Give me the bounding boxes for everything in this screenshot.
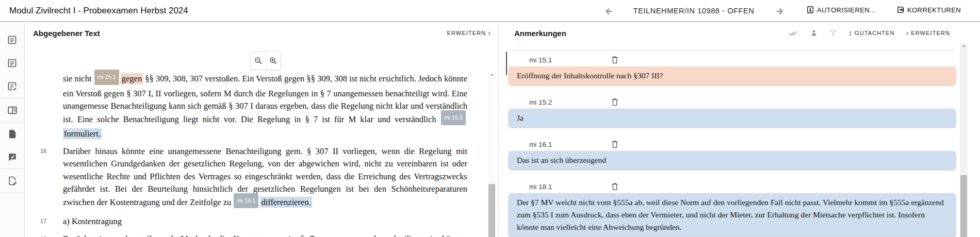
trash-icon <box>612 98 618 106</box>
chevron-right-icon: › <box>488 29 491 37</box>
submitted-text-header: Abgegebener Text ERWEITERN › <box>25 23 498 43</box>
document-edit-icon <box>7 176 18 186</box>
line-number: 17 <box>40 215 63 228</box>
annotations-list-divider <box>509 50 956 50</box>
expand-text-panel-button[interactable]: ERWEITERN › <box>447 29 491 37</box>
document-check-icon <box>7 81 18 92</box>
sidebar-item-annotation-edit[interactable] <box>0 145 24 168</box>
chevron-left-icon: ‹ <box>906 29 909 37</box>
magnifier-minus-icon <box>254 57 263 65</box>
annotations-panel: Anmerkungen ↕ GUTACHTEN ‹ ERWEITERN <box>498 23 980 237</box>
line-number: 18 <box>40 233 63 237</box>
annotations-list: mi 15.1 Eröffnung der Inhaltskontrolle n… <box>509 53 956 237</box>
filter-funnel-icon[interactable] <box>829 29 837 37</box>
zoom-in-button[interactable] <box>266 52 280 70</box>
annotation-item: mi 15.1 Eröffnung der Inhaltskontrolle n… <box>509 53 956 85</box>
annotation-item: mi 15.2 Ja <box>509 95 956 127</box>
line-number <box>40 72 63 141</box>
annotation-id: mi 15.1 <box>529 56 612 64</box>
highlighted-text[interactable]: formuliert. <box>63 128 102 139</box>
annotation-item: mi 16.1 Das ist an sich überzeugend <box>509 138 956 170</box>
annotation-marker[interactable]: mi 15.1 <box>94 70 119 85</box>
sidebar-item-reader-mode[interactable] <box>0 98 24 122</box>
submitted-text-content: sie nicht mi 15.1gegen §§ 309, 308, 307 … <box>40 72 467 237</box>
annotations-vertical-scrollbar[interactable]: ⌃ <box>960 43 968 237</box>
delete-annotation-button[interactable] <box>612 56 618 63</box>
sidebar-item-document-check[interactable] <box>0 75 24 98</box>
annotation-id: mi 18.1 <box>529 183 612 191</box>
submitted-text-panel: Abgegebener Text ERWEITERN › sie nicht m… <box>25 23 498 237</box>
magnifier-plus-icon <box>269 57 277 65</box>
annotation-card[interactable]: Das ist an sich überzeugend <box>509 151 956 170</box>
sidebar-item-document-edit[interactable] <box>0 169 24 192</box>
annotation-marker[interactable]: mi 15.2 <box>441 110 466 126</box>
delete-annotation-button[interactable] <box>612 183 618 190</box>
annotations-title: Anmerkungen <box>514 29 566 38</box>
next-participant-arrow-icon[interactable] <box>775 6 786 17</box>
highlighted-text[interactable]: gegen <box>121 73 143 84</box>
zoom-toolbar <box>251 52 281 70</box>
annotation-id: mi 15.2 <box>529 98 612 106</box>
exit-to-corrections-icon <box>896 6 905 14</box>
text-vertical-scrollbar[interactable]: ⌃ <box>488 72 496 237</box>
annotation-edit-icon <box>7 152 18 162</box>
document-lines-icon <box>7 58 18 69</box>
swap-vertical-icon: ↕ <box>848 29 853 37</box>
sidebar-divider <box>0 192 24 193</box>
collapse-annotations-button[interactable]: ‹ ERWEITERN <box>906 29 950 37</box>
line-number: 16 <box>40 145 63 211</box>
annotation-id: mi 16.1 <box>529 141 612 148</box>
annotations-header: Anmerkungen ↕ GUTACHTEN ‹ ERWEITERN <box>499 23 980 43</box>
text-paragraph: 17 a) Kostentragung <box>40 215 467 228</box>
annotation-card[interactable]: Der §7 MV weicht nicht vom §555a ab, wei… <box>509 193 956 236</box>
done-all-icon[interactable] <box>789 29 798 37</box>
delete-annotation-button[interactable] <box>612 98 618 106</box>
submitted-text-title: Abgegebener Text <box>33 29 100 38</box>
annotation-card[interactable]: Eröffnung der Inhaltskontrolle nach §307… <box>509 66 956 85</box>
text-paragraph: 18 Zunächst ist zu beurteilen, ob M durc… <box>40 233 467 237</box>
scroll-up-arrow-icon[interactable]: ⌃ <box>488 73 496 80</box>
sidebar-item-document-lines-2[interactable] <box>0 52 24 75</box>
sidebar-item-document-filled[interactable] <box>0 122 24 145</box>
selected-annotation-indicator <box>506 52 507 75</box>
tool-sidebar <box>0 23 25 237</box>
annotation-item: mi 18.1 Der §7 MV weicht nicht vom §555a… <box>509 180 956 236</box>
document-filled-icon <box>7 129 18 139</box>
page-title: Modul Zivilrecht I - Probeexamen Herbst … <box>9 6 188 16</box>
trash-icon <box>612 56 618 63</box>
text-paragraph: sie nicht mi 15.1gegen §§ 309, 308, 307 … <box>40 72 467 141</box>
corrections-button[interactable]: KORREKTUREN <box>896 6 961 14</box>
zoom-out-button[interactable] <box>251 52 266 70</box>
authorize-button[interactable]: AUTORISIEREN... <box>806 6 876 14</box>
delete-annotation-button[interactable] <box>612 141 618 148</box>
person-icon[interactable] <box>810 29 818 37</box>
scrollbar-thumb[interactable] <box>488 184 495 237</box>
scrollbar-thumb[interactable] <box>960 175 967 237</box>
scroll-up-arrow-icon[interactable]: ⌃ <box>960 44 968 52</box>
trash-icon <box>612 141 618 148</box>
previous-participant-arrow-icon[interactable] <box>602 6 614 17</box>
highlighted-text[interactable]: differenzieren. <box>260 197 312 208</box>
trash-icon <box>612 183 618 190</box>
annotation-marker[interactable]: mi 16.1 <box>234 193 258 209</box>
annotation-card[interactable]: Ja <box>509 109 956 127</box>
authorize-badge-icon <box>806 6 814 14</box>
reader-mode-icon <box>7 105 18 116</box>
document-lines-icon <box>7 35 18 45</box>
text-paragraph: 16 Darüber hinaus könnte eine unangemess… <box>40 145 467 211</box>
app-bar: Modul Zivilrecht I - Probeexamen Herbst … <box>0 0 980 22</box>
participant-status: TEILNEHMER/IN 10988 - OFFEN <box>622 7 766 15</box>
sidebar-item-document-lines[interactable] <box>0 28 24 52</box>
gutachten-button[interactable]: ↕ GUTACHTEN <box>848 29 895 37</box>
